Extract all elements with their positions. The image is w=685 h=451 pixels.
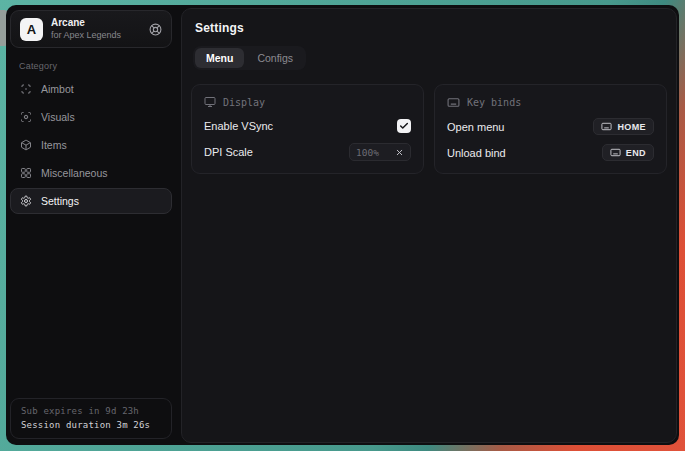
unload-bind-row: Unload bind END <box>447 144 654 161</box>
grid-icon <box>20 167 32 179</box>
app-logo: A <box>20 18 43 41</box>
tab-bar: Menu Configs <box>193 46 306 70</box>
sub-expires-text: Sub expires in 9d 23h <box>21 406 161 416</box>
display-card: Display Enable VSync DPI Scale 100% <box>191 84 424 174</box>
sidebar-item-settings[interactable]: Settings <box>10 188 172 214</box>
crosshair-icon <box>20 83 32 95</box>
page-title: Settings <box>191 21 667 35</box>
sidebar-item-label: Items <box>41 139 67 151</box>
keybinds-card-title: Key binds <box>467 97 521 108</box>
category-label: Category <box>19 61 172 71</box>
monitor-icon <box>204 96 216 108</box>
gear-icon <box>20 195 32 207</box>
subscription-status-card: Sub expires in 9d 23h Session duration 3… <box>10 398 172 439</box>
session-duration-text: Session duration 3m 26s <box>21 420 161 430</box>
keyboard-icon <box>601 121 612 132</box>
sidebar-item-aimbot[interactable]: Aimbot <box>10 76 172 102</box>
app-window: A Arcane for Apex Legends Category <box>6 5 679 445</box>
lifebuoy-icon[interactable] <box>149 23 162 36</box>
sidebar-item-label: Settings <box>41 195 79 207</box>
settings-cards: Display Enable VSync DPI Scale 100% <box>191 84 667 174</box>
open-menu-keybind-button[interactable]: HOME <box>593 118 654 135</box>
package-icon <box>20 139 32 151</box>
tab-menu[interactable]: Menu <box>195 48 244 68</box>
vsync-label: Enable VSync <box>204 120 273 132</box>
vsync-row: Enable VSync <box>204 117 411 134</box>
display-card-header: Display <box>204 96 411 108</box>
vsync-checkbox[interactable] <box>397 119 411 133</box>
sidebar-item-items[interactable]: Items <box>10 132 172 158</box>
sidebar-item-visuals[interactable]: Visuals <box>10 104 172 130</box>
app-header-card: A Arcane for Apex Legends <box>10 10 172 48</box>
dpi-scale-value: 100% <box>356 147 379 158</box>
keyboard-icon <box>610 147 621 158</box>
open-menu-key: HOME <box>617 122 646 132</box>
app-header-text: Arcane for Apex Legends <box>51 17 121 41</box>
unload-bind-label: Unload bind <box>447 147 506 159</box>
main-panel: Settings Menu Configs Display Enable VSy… <box>181 8 677 443</box>
sidebar-item-label: Aimbot <box>41 83 74 95</box>
keyboard-icon <box>447 96 460 109</box>
unload-keybind-button[interactable]: END <box>602 144 654 161</box>
app-subtitle: for Apex Legends <box>51 30 121 41</box>
dpi-row: DPI Scale 100% <box>204 143 411 161</box>
dpi-scale-input[interactable]: 100% <box>349 143 411 161</box>
display-card-title: Display <box>223 97 265 108</box>
scan-eye-icon <box>20 111 32 123</box>
open-menu-row: Open menu HOME <box>447 118 654 135</box>
unload-key: END <box>626 148 646 158</box>
clear-icon[interactable] <box>395 148 404 157</box>
keybinds-card: Key binds Open menu HOME Unload bind <box>434 84 667 174</box>
sidebar-item-label: Visuals <box>41 111 75 123</box>
sidebar-item-label: Miscellaneous <box>41 167 108 179</box>
app-name: Arcane <box>51 17 121 30</box>
open-menu-label: Open menu <box>447 121 504 133</box>
sidebar: A Arcane for Apex Legends Category <box>6 5 177 445</box>
dpi-label: DPI Scale <box>204 146 253 158</box>
sidebar-nav: Aimbot Visuals Items <box>10 76 172 214</box>
check-icon <box>399 121 409 131</box>
sidebar-item-miscellaneous[interactable]: Miscellaneous <box>10 160 172 186</box>
keybinds-card-header: Key binds <box>447 96 654 109</box>
tab-configs[interactable]: Configs <box>246 48 304 68</box>
